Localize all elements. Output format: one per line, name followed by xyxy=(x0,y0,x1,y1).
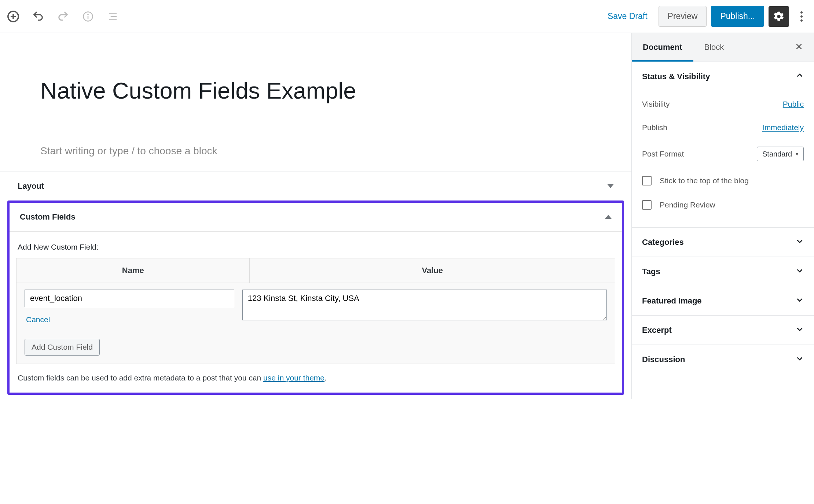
add-custom-field-button[interactable]: Add Custom Field xyxy=(25,339,100,356)
top-toolbar: Save Draft Preview Publish... xyxy=(0,0,814,33)
cancel-link[interactable]: Cancel xyxy=(25,307,234,324)
chevron-down-icon xyxy=(796,296,804,306)
toolbar-left-group xyxy=(4,8,122,25)
field-name-input[interactable] xyxy=(25,290,234,307)
triangle-up-icon xyxy=(605,215,612,219)
categories-header[interactable]: Categories xyxy=(632,228,814,257)
info-icon xyxy=(82,11,94,22)
post-format-select-wrap: Standard xyxy=(757,147,804,161)
tags-panel: Tags xyxy=(632,257,814,286)
visibility-row: Visibility Public xyxy=(642,92,804,116)
discussion-header[interactable]: Discussion xyxy=(632,345,814,374)
help-prefix: Custom fields can be used to add extra m… xyxy=(18,374,263,382)
chevron-down-icon xyxy=(796,237,804,247)
status-visibility-title: Status & Visibility xyxy=(642,72,710,81)
close-sidebar-button[interactable] xyxy=(784,41,814,53)
svg-point-5 xyxy=(88,14,88,14)
save-draft-button[interactable]: Save Draft xyxy=(601,7,654,26)
custom-fields-table: Name Value Cancel 123 <span></span> xyxy=(16,258,615,364)
add-new-field-label: Add New Custom Field: xyxy=(16,243,615,251)
col-header-value: Value xyxy=(250,258,615,283)
plus-circle-icon xyxy=(7,10,19,23)
more-menu-button[interactable] xyxy=(793,6,810,27)
custom-fields-metabox: Custom Fields Add New Custom Field: Name… xyxy=(7,201,624,395)
name-column: Cancel xyxy=(25,290,234,324)
sticky-checkbox[interactable] xyxy=(642,176,652,185)
chevron-down-icon xyxy=(796,266,804,276)
visibility-value[interactable]: Public xyxy=(783,100,804,108)
publish-button[interactable]: Publish... xyxy=(711,6,764,27)
help-link[interactable]: use in your theme xyxy=(263,374,324,382)
outline-button[interactable] xyxy=(104,8,122,25)
custom-fields-header[interactable]: Custom Fields xyxy=(10,203,622,231)
categories-title: Categories xyxy=(642,238,684,247)
outline-icon xyxy=(107,11,118,22)
main-layout: Native Custom Fields Example Start writi… xyxy=(0,33,814,399)
categories-panel: Categories xyxy=(632,228,814,257)
featured-image-title: Featured Image xyxy=(642,296,702,306)
col-header-name: Name xyxy=(16,258,250,283)
status-visibility-body: Visibility Public Publish Immediately Po… xyxy=(632,91,814,227)
settings-sidebar: Document Block Status & Visibility Visib… xyxy=(631,33,814,399)
table-footer: Add Custom Field xyxy=(16,332,615,364)
close-icon xyxy=(795,43,803,51)
layout-metabox-title: Layout xyxy=(18,181,44,191)
custom-fields-body: Add New Custom Field: Name Value Cancel xyxy=(10,231,622,393)
status-visibility-panel: Status & Visibility Visibility Public Pu… xyxy=(632,62,814,228)
layout-metabox-header[interactable]: Layout xyxy=(7,172,624,201)
table-header-row: Name Value xyxy=(16,258,615,283)
post-format-select[interactable]: Standard xyxy=(757,147,804,161)
post-format-label: Post Format xyxy=(642,150,684,158)
excerpt-title: Excerpt xyxy=(642,325,672,335)
sticky-label: Stick to the top of the blog xyxy=(660,176,749,185)
tags-header[interactable]: Tags xyxy=(632,257,814,286)
undo-button[interactable] xyxy=(29,8,47,25)
tags-title: Tags xyxy=(642,267,660,276)
editor-content: Native Custom Fields Example Start writi… xyxy=(0,33,631,172)
toolbar-right-group: Save Draft Preview Publish... xyxy=(601,6,810,27)
publish-row: Publish Immediately xyxy=(642,116,804,139)
post-title[interactable]: Native Custom Fields Example xyxy=(40,77,591,105)
info-button[interactable] xyxy=(79,8,97,25)
add-block-button[interactable] xyxy=(4,8,22,25)
gear-icon xyxy=(773,11,785,22)
metaboxes-area: Layout Custom Fields Add New Custom Fiel… xyxy=(0,172,631,399)
triangle-down-icon xyxy=(607,184,614,188)
featured-image-header[interactable]: Featured Image xyxy=(632,286,814,315)
block-placeholder[interactable]: Start writing or type / to choose a bloc… xyxy=(40,145,591,157)
chevron-up-icon xyxy=(796,71,804,81)
pending-label: Pending Review xyxy=(660,201,715,209)
sidebar-tabs: Document Block xyxy=(632,33,814,62)
redo-button[interactable] xyxy=(54,8,72,25)
custom-fields-title: Custom Fields xyxy=(20,212,76,222)
pending-row: Pending Review xyxy=(642,193,804,217)
tab-block[interactable]: Block xyxy=(693,33,735,62)
help-text: Custom fields can be used to add extra m… xyxy=(16,364,615,386)
help-suffix: . xyxy=(324,374,327,382)
table-input-row: Cancel 123 <span></span> xyxy=(16,283,615,332)
publish-label: Publish xyxy=(642,123,667,132)
status-visibility-header[interactable]: Status & Visibility xyxy=(632,62,814,91)
preview-button[interactable]: Preview xyxy=(659,6,707,27)
visibility-label: Visibility xyxy=(642,100,670,108)
tab-document[interactable]: Document xyxy=(632,33,693,62)
discussion-title: Discussion xyxy=(642,355,685,364)
chevron-down-icon xyxy=(796,354,804,364)
sticky-row: Stick to the top of the blog xyxy=(642,169,804,193)
undo-icon xyxy=(33,11,44,22)
excerpt-header[interactable]: Excerpt xyxy=(632,316,814,345)
field-value-input[interactable]: 123 <span></span> xyxy=(242,290,607,320)
editor-column: Native Custom Fields Example Start writi… xyxy=(0,33,631,399)
post-format-row: Post Format Standard xyxy=(642,139,804,169)
chevron-down-icon xyxy=(796,325,804,335)
layout-metabox: Layout xyxy=(7,172,624,201)
redo-icon xyxy=(58,11,69,22)
excerpt-panel: Excerpt xyxy=(632,316,814,345)
publish-value[interactable]: Immediately xyxy=(762,123,804,132)
value-column: 123 <span></span> xyxy=(242,290,607,322)
featured-image-panel: Featured Image xyxy=(632,286,814,316)
settings-toggle-button[interactable] xyxy=(769,6,789,27)
pending-checkbox[interactable] xyxy=(642,200,652,210)
discussion-panel: Discussion xyxy=(632,345,814,374)
